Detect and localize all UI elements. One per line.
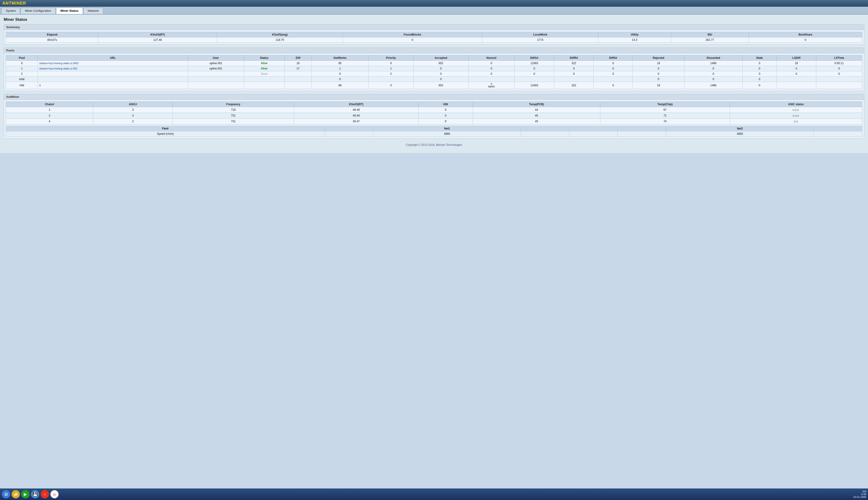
chain-1-freq: 718 xyxy=(173,107,294,113)
circle-button[interactable]: ○ xyxy=(41,490,49,498)
chain-4-ksol: 30.47 xyxy=(294,118,419,124)
pool-0-diffs: 0 xyxy=(594,61,633,66)
chain-4-num: 4 xyxy=(6,118,93,124)
speed-spacer1 xyxy=(325,131,373,137)
chain-col-asic-status: ASIC status xyxy=(730,102,862,107)
col-ksol-avg: KSol/S(avg) xyxy=(217,32,343,37)
pool-2-lsdiff: 0 xyxy=(777,71,816,77)
start-button[interactable]: ⊞ xyxy=(2,490,10,498)
tab-miner-status[interactable]: Miner Status xyxy=(56,8,83,14)
pool-hw-stale: 0 xyxy=(742,82,777,89)
pool-0-discarded: 1486 xyxy=(684,61,742,66)
col-foundblocks: FoundBlocks xyxy=(343,32,482,37)
val-bestshare: 0 xyxy=(749,37,862,43)
pool-hw-diffs: 0 xyxy=(594,82,633,89)
pool-1-diffr: 0 xyxy=(554,66,594,71)
taskbar-clock: 0:49 xyxy=(853,493,866,496)
pool-total-user xyxy=(188,77,244,82)
fan2-label: fan2 xyxy=(666,126,814,131)
fan-spacer5 xyxy=(814,126,862,131)
pool-1-diffs: 0 xyxy=(594,66,633,71)
pool-total-diffr xyxy=(554,77,594,82)
speed-label: Speed (r/min) xyxy=(6,131,325,137)
pool-hw-lstime xyxy=(816,82,862,89)
taskbar: ⊞ 📁 ▶ 💾 ○ ◎ EN 0:49 10-01-2008 xyxy=(0,488,868,500)
chain-4-temp-chip: 74 xyxy=(600,118,730,124)
tab-network[interactable]: Network xyxy=(84,8,103,14)
pool-2-stale: 0 xyxy=(742,71,777,77)
folder-button[interactable]: 📁 xyxy=(12,490,20,498)
chain-col-temp-chip: Temp(Chip) xyxy=(600,102,730,107)
pool-0-user: upline.001 xyxy=(188,61,244,66)
fan2-speed: 4680 xyxy=(666,131,814,137)
pool-hw-diffa: 11663 xyxy=(514,82,554,89)
chain-2-temp-pcb: 45 xyxy=(473,113,600,118)
pool-2-priority: 2 xyxy=(368,71,414,77)
fan1-label: fan1 xyxy=(373,126,521,131)
pool-total-accepted: 0 xyxy=(414,77,468,82)
pool-1-user: upline.001 xyxy=(188,66,244,71)
antminer-body: Chain# ASIC# Frequency KSol/S(RT) HW Tem… xyxy=(4,100,864,138)
pool-col-lstime: LSTime xyxy=(816,55,862,61)
tab-miner-configuration[interactable]: Miner Configuration xyxy=(21,8,55,14)
chain-1-asic: 3 xyxy=(93,107,173,113)
pool-hw-priority: 3 xyxy=(368,82,414,89)
pool-0-num: 0 xyxy=(6,61,38,66)
pool-total-rejected: 0 xyxy=(633,77,684,82)
fan-spacer3 xyxy=(569,126,617,131)
pool-col-getworks: GetWorks xyxy=(312,55,368,61)
fan1-speed: 4680 xyxy=(373,131,521,137)
save-button[interactable]: 💾 xyxy=(31,490,39,498)
chain-2-asic: 3 xyxy=(93,113,173,118)
tab-system[interactable]: System xyxy=(1,8,20,14)
pool-col-stale: Stale xyxy=(742,55,777,61)
pool-1-num: 1 xyxy=(6,66,38,71)
val-ksol-avg: 118.75 xyxy=(217,37,343,43)
pools-section: Pools Pool URL User Status Diff GetWorks… xyxy=(4,47,864,91)
chain-4-asic: 2 xyxy=(93,118,173,124)
pool-2-num: 2 xyxy=(6,71,38,77)
speed-spacer3 xyxy=(569,131,617,137)
pool-total-diff xyxy=(285,77,312,82)
pool-2-status: Dead xyxy=(244,71,285,77)
app-logo: ANTMINER xyxy=(2,1,26,6)
col-ksol-rt: KSol/S(RT) xyxy=(98,32,217,37)
pool-col-discarded: Discarded xyxy=(684,55,742,61)
fan-table: Fan# fan1 fan2 Speed (r/min) xyxy=(6,126,862,137)
pool-row-2: 2 Dead 0 2 0 0 0 0 0 0 xyxy=(6,71,862,77)
pool-col-nonce: Nonce# xyxy=(468,55,514,61)
pool-total-lsdiff xyxy=(777,77,816,82)
chain-row-4: 4 2 731 30.47 0 45 74 oo xyxy=(6,118,862,124)
pool-2-discarded: 0 xyxy=(684,71,742,77)
pool-1-getworks: 1 xyxy=(312,66,368,71)
pool-2-accepted: 0 xyxy=(414,71,468,77)
chain-1-asic-status: ooo xyxy=(730,107,862,113)
pool-1-accepted: 0 xyxy=(414,66,468,71)
chain-2-asic-status: ooo xyxy=(730,113,862,118)
taskbar-language: EN xyxy=(853,490,866,493)
col-utility: Utility xyxy=(598,32,671,37)
chain-row-1: 1 3 718 48.49 0 44 67 ooo xyxy=(6,107,862,113)
pool-col-priority: Priority xyxy=(368,55,414,61)
pool-col-diffs: DiffS# xyxy=(594,55,633,61)
val-foundblocks: 0 xyxy=(343,37,482,43)
pools-table: Pool URL User Status Diff GetWorks Prior… xyxy=(6,55,862,89)
pool-2-diffr: 0 xyxy=(554,71,594,77)
pool-col-rejected: Rejected xyxy=(633,55,684,61)
pool-total-discarded: 0 xyxy=(684,77,742,82)
pool-1-url: stratum+tcp://mining.viabtc.io:302 xyxy=(38,66,188,71)
chain-col-hw: HW xyxy=(419,102,473,107)
chain-col-ksol: KSol/S(RT) xyxy=(294,102,419,107)
chrome-button[interactable]: ◎ xyxy=(50,490,59,498)
chain-4-hw: 0 xyxy=(419,118,473,124)
val-elapsed: 45m37s xyxy=(6,37,98,43)
pool-0-getworks: 85 xyxy=(312,61,368,66)
pool-total-nonce xyxy=(468,77,514,82)
pool-hw-lsdiff xyxy=(777,82,816,89)
chain-4-temp-pcb: 45 xyxy=(473,118,600,124)
pool-col-lsdiff: LSDiff xyxy=(777,55,816,61)
play-button[interactable]: ▶ xyxy=(21,490,30,498)
pool-row-0: 0 stratum+tcp://mining.viabtc.io:3002 up… xyxy=(6,61,862,66)
pool-hw-url: 0 xyxy=(38,82,188,89)
fan-header-row: Fan# fan1 fan2 xyxy=(6,126,862,131)
